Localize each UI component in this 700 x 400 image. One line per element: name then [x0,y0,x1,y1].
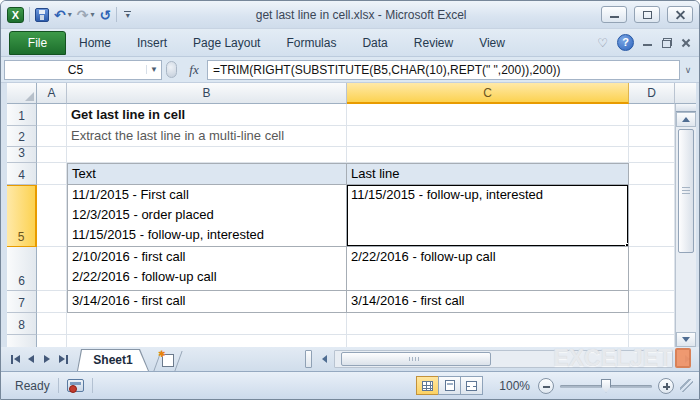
column-header-d[interactable]: D [629,83,675,104]
tab-split-handle[interactable] [305,350,312,368]
vertical-split-handle[interactable] [676,104,696,112]
cell-c4[interactable]: Last line [347,163,629,185]
cell-c2[interactable] [347,126,629,147]
tab-formulas[interactable]: Formulas [273,30,349,56]
tab-insert[interactable]: Insert [124,30,180,56]
tab-home[interactable]: Home [66,30,124,56]
cell-b1[interactable]: Get last line in cell [67,104,347,126]
repeat-icon[interactable]: ↺ [100,8,112,22]
row-header-1[interactable]: 1 [7,104,37,126]
scroll-up-button[interactable] [676,112,696,127]
row-header-8[interactable]: 8 [7,313,37,335]
close-button[interactable] [667,6,693,23]
row-header-3[interactable]: 3 [7,147,37,163]
cell-c3[interactable] [347,147,629,163]
column-header-c[interactable]: C [347,83,629,104]
expand-formula-bar-icon[interactable]: ∨ [680,65,696,75]
minimize-ribbon-icon[interactable]: ♡ [597,36,608,50]
cell-c6[interactable]: 2/22/2016 - follow-up call [347,247,629,291]
tab-page-layout[interactable]: Page Layout [180,30,273,56]
undo-dropdown-icon[interactable]: ▾ [68,10,72,19]
last-sheet-button[interactable] [55,351,71,367]
column-header-a[interactable]: A [37,83,67,104]
cell-d6[interactable] [629,247,675,291]
page-layout-view-button[interactable] [438,376,461,395]
sheet-tab-sheet1[interactable]: Sheet1 [77,349,149,371]
name-box-dropdown-icon[interactable]: ▼ [146,65,161,74]
cell-b8[interactable] [67,313,347,335]
zoom-slider-handle[interactable] [601,379,611,393]
row-header-4[interactable]: 4 [7,163,37,185]
excel-logo-icon[interactable]: X [7,7,24,23]
horizontal-scroll-thumb[interactable] [341,352,491,366]
zoom-out-button[interactable] [538,378,554,394]
macro-record-icon[interactable] [67,379,84,392]
customize-qat-icon[interactable]: ▾ [124,11,131,19]
cell-b5[interactable]: 11/1/2015 - First call 12/3/2015 - order… [67,185,347,247]
cell-d9[interactable] [629,335,675,347]
workbook-close-icon[interactable] [681,38,691,48]
normal-view-button[interactable] [416,376,439,395]
cell-b6[interactable]: 2/10/2016 - first call 2/22/2016 - follo… [67,247,347,291]
cell-a6[interactable] [37,247,67,291]
cell-d8[interactable] [629,313,675,335]
cell-d2[interactable] [629,126,675,147]
page-break-view-button[interactable] [460,376,483,395]
row-header-6[interactable]: 6 [7,247,37,291]
cell-c1[interactable] [347,104,629,126]
row-header-2[interactable]: 2 [7,126,37,147]
cell-a2[interactable] [37,126,67,147]
scroll-left-button[interactable] [316,351,332,367]
row-header-7[interactable]: 7 [7,291,37,313]
first-sheet-button[interactable] [7,351,23,367]
cell-b4[interactable]: Text [67,163,347,185]
vertical-scroll-thumb[interactable] [678,129,694,253]
row-header-5[interactable]: 5 [7,185,37,247]
cell-a7[interactable] [37,291,67,313]
cell-c5-selected[interactable]: 11/15/2015 - follow-up, interested [347,185,629,247]
insert-function-icon[interactable]: fx [181,62,207,78]
insert-worksheet-button[interactable]: ✱ [151,351,185,371]
cell-b9[interactable] [67,335,347,347]
undo-icon[interactable]: ↶ [54,8,66,22]
cell-a4[interactable] [37,163,67,185]
cell-d4[interactable] [629,163,675,185]
redo-dropdown-icon[interactable]: ▾ [90,10,94,19]
cell-b7[interactable]: 3/14/2016 - first call [67,291,347,313]
formula-input[interactable]: =TRIM(RIGHT(SUBSTITUTE(B5,CHAR(10),REPT(… [207,60,680,80]
cell-c8[interactable] [347,313,629,335]
cell-a5[interactable] [37,185,67,247]
column-header-b[interactable]: B [67,83,347,104]
workbook-restore-icon[interactable] [662,38,672,48]
vertical-scrollbar[interactable] [675,104,696,347]
cell-d1[interactable] [629,104,675,126]
horizontal-scrollbar[interactable] [334,350,673,368]
cell-c7[interactable]: 3/14/2016 - first call [347,291,629,313]
select-all-button[interactable] [7,83,37,104]
cell-a8[interactable] [37,313,67,335]
cell-b2[interactable]: Extract the last line in a multi-line ce… [67,126,347,147]
tab-data[interactable]: Data [349,30,400,56]
cell-a1[interactable] [37,104,67,126]
tab-view[interactable]: View [466,30,518,56]
cell-a9[interactable] [37,335,67,347]
tab-file[interactable]: File [9,31,66,55]
row-header-9[interactable] [7,335,37,347]
scroll-down-button[interactable] [676,332,696,347]
cell-d3[interactable] [629,147,675,163]
cell-d7[interactable] [629,291,675,313]
zoom-in-button[interactable] [658,378,674,394]
cell-b3[interactable] [67,147,347,163]
cell-c9[interactable] [347,335,629,347]
help-icon[interactable]: ? [617,34,634,51]
cell-d5[interactable] [629,185,675,247]
resize-grip[interactable] [680,379,693,392]
tab-review[interactable]: Review [401,30,466,56]
save-icon[interactable] [35,8,49,22]
zoom-slider[interactable] [560,378,652,394]
minimize-button[interactable] [601,6,627,23]
redo-icon[interactable]: ↷ [77,8,89,22]
zoom-level-label[interactable]: 100% [499,379,530,393]
name-box[interactable]: C5 ▼ [4,60,162,80]
workbook-minimize-icon[interactable] [643,38,653,47]
